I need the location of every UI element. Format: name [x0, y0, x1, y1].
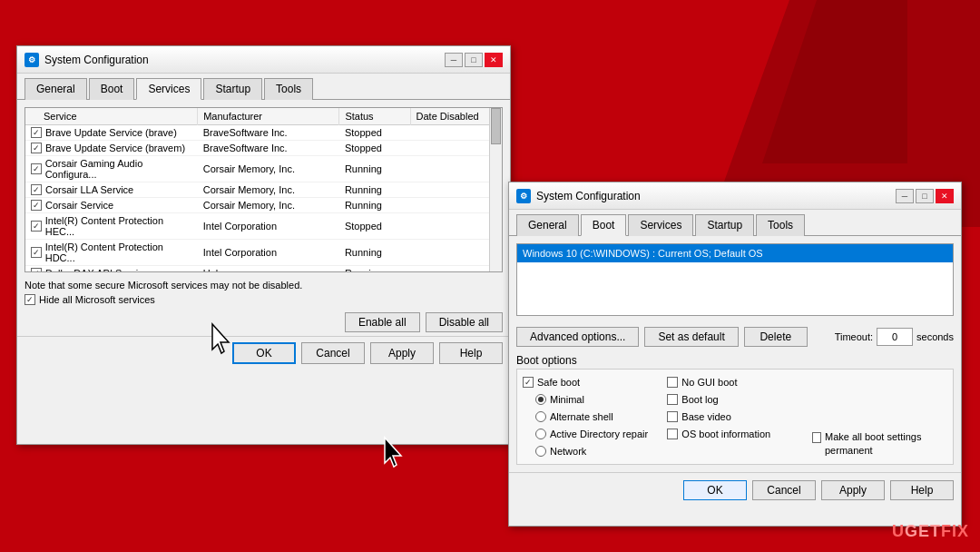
enable-disable-row: Enable all Disable all [17, 309, 510, 336]
window1-title: System Configuration [44, 54, 439, 66]
tab-startup[interactable]: Startup [203, 78, 262, 100]
base-video-label: Base video [681, 411, 730, 422]
boot-list[interactable]: Windows 10 (C:\WINDOWS) : Current OS; De… [516, 243, 954, 316]
help-button-1[interactable]: Help [439, 342, 503, 364]
row-checkbox-7[interactable]: ✓ [31, 268, 42, 271]
boot-btn-row: Advanced options... Set as default Delet… [509, 323, 961, 350]
boot-col-3: Make all boot settings permanent [812, 375, 947, 458]
set-default-button[interactable]: Set as default [644, 327, 738, 347]
maximize-button[interactable]: □ [465, 53, 483, 67]
win2-maximize-button[interactable]: □ [916, 189, 934, 203]
ok-button-1[interactable]: OK [232, 342, 296, 364]
boot-log-checkbox[interactable] [667, 394, 678, 405]
os-boot-info-option: OS boot information [667, 427, 802, 441]
table-scroll-area[interactable]: Service Manufacturer Status Date Disable… [25, 108, 502, 271]
os-boot-info-checkbox[interactable] [667, 429, 678, 439]
win-controls: ─ □ ✕ [445, 53, 503, 67]
network-option: Network [523, 444, 658, 458]
win2-close-button[interactable]: ✕ [936, 189, 954, 203]
row-status-7: Running [339, 266, 410, 272]
col-manufacturer: Manufacturer [198, 108, 339, 125]
boot-entry-0[interactable]: Windows 10 (C:\WINDOWS) : Current OS; De… [517, 244, 953, 262]
tab-services[interactable]: Services [136, 78, 201, 100]
watermark-u: U [892, 522, 905, 540]
row-date-1 [410, 141, 501, 156]
row-date-3 [410, 182, 501, 198]
cancel-button-1[interactable]: Cancel [301, 342, 365, 364]
tab2-general[interactable]: General [516, 214, 579, 236]
boot-col-2: No GUI boot Boot log Base video OS boot … [667, 375, 802, 458]
boot-log-label: Boot log [681, 394, 718, 405]
disable-all-button[interactable]: Disable all [426, 312, 503, 332]
row-service-3: Corsair LLA Service [45, 184, 133, 195]
boot-options-grid: ✓ Safe boot Minimal Alternate shell Acti… [523, 375, 947, 458]
tab-tools[interactable]: Tools [264, 78, 313, 100]
close-button[interactable]: ✕ [485, 53, 503, 67]
window-icon: ⚙ [24, 53, 39, 67]
services-table-container: Service Manufacturer Status Date Disable… [24, 107, 503, 272]
boot-options-panel: ✓ Safe boot Minimal Alternate shell Acti… [516, 369, 954, 465]
row-date-0 [410, 125, 501, 141]
tab-boot[interactable]: Boot [89, 78, 135, 100]
table-row: ✓ Dolby DAX API Service Unknown Running [25, 266, 502, 272]
table-row: ✓ Brave Update Service (bravem) BraveSof… [25, 141, 502, 156]
titlebar-services: ⚙ System Configuration ─ □ ✕ [17, 46, 510, 74]
alternate-shell-radio[interactable] [535, 411, 546, 422]
row-checkbox-0[interactable]: ✓ [31, 127, 42, 138]
row-status-6: Running [339, 240, 410, 266]
row-checkbox-2[interactable]: ✓ [31, 163, 42, 174]
row-checkbox-5[interactable]: ✓ [31, 221, 42, 232]
row-status-3: Running [339, 182, 410, 198]
tab2-tools[interactable]: Tools [756, 214, 805, 236]
row-manufacturer-2: Corsair Memory, Inc. [198, 156, 339, 182]
tab2-services[interactable]: Services [628, 214, 693, 236]
network-radio[interactable] [535, 446, 546, 457]
make-permanent-checkbox[interactable] [812, 432, 821, 443]
apply-button-1[interactable]: Apply [370, 342, 434, 364]
base-video-checkbox[interactable] [667, 411, 678, 422]
window-services: ⚙ System Configuration ─ □ ✕ General Boo… [16, 45, 511, 445]
row-status-5: Stopped [339, 213, 410, 240]
services-table: Service Manufacturer Status Date Disable… [25, 108, 502, 271]
row-manufacturer-0: BraveSoftware Inc. [198, 125, 339, 141]
window-boot: ⚙ System Configuration ─ □ ✕ General Boo… [508, 182, 962, 527]
minimal-label: Minimal [550, 394, 584, 405]
row-checkbox-4[interactable]: ✓ [31, 200, 42, 211]
timeout-input[interactable] [877, 328, 913, 346]
safe-boot-checkbox[interactable]: ✓ [523, 377, 534, 388]
row-status-1: Stopped [339, 141, 410, 156]
active-directory-option: Active Directory repair [523, 427, 658, 441]
row-status-0: Stopped [339, 125, 410, 141]
row-date-4 [410, 198, 501, 213]
delete-button[interactable]: Delete [744, 327, 808, 347]
cancel-button-2[interactable]: Cancel [752, 480, 816, 500]
minimal-radio[interactable] [535, 394, 546, 405]
win2-minimize-button[interactable]: ─ [896, 189, 914, 203]
hide-ms-checkbox[interactable]: ✓ [24, 294, 35, 305]
tab-general[interactable]: General [24, 78, 87, 100]
row-checkbox-6[interactable]: ✓ [31, 247, 42, 258]
tabs-services: General Boot Services Startup Tools [17, 74, 510, 100]
no-gui-label: No GUI boot [681, 377, 737, 388]
table-row: ✓ Corsair Gaming Audio Configura... Cors… [25, 156, 502, 182]
enable-all-button[interactable]: Enable all [345, 312, 420, 332]
titlebar-boot: ⚙ System Configuration ─ □ ✕ [509, 182, 961, 210]
minimize-button[interactable]: ─ [445, 53, 463, 67]
network-label: Network [550, 446, 586, 457]
scrollbar-thumb[interactable] [491, 108, 501, 144]
tab2-boot[interactable]: Boot [581, 214, 627, 236]
row-manufacturer-5: Intel Corporation [198, 213, 339, 240]
make-permanent-label: Make all boot settings permanent [825, 430, 947, 457]
tab2-startup[interactable]: Startup [695, 214, 754, 236]
ok-button-2[interactable]: OK [683, 480, 747, 500]
row-checkbox-3[interactable]: ✓ [31, 184, 42, 195]
window2-icon: ⚙ [516, 189, 531, 203]
row-checkbox-1[interactable]: ✓ [31, 143, 42, 153]
active-directory-radio[interactable] [535, 429, 546, 439]
no-gui-checkbox[interactable] [667, 377, 678, 388]
advanced-options-button[interactable]: Advanced options... [516, 327, 639, 347]
scrollbar[interactable] [489, 108, 502, 271]
apply-button-2[interactable]: Apply [821, 480, 885, 500]
table-row: ✓ Intel(R) Content Protection HDC... Int… [25, 240, 502, 266]
help-button-2[interactable]: Help [890, 480, 954, 500]
